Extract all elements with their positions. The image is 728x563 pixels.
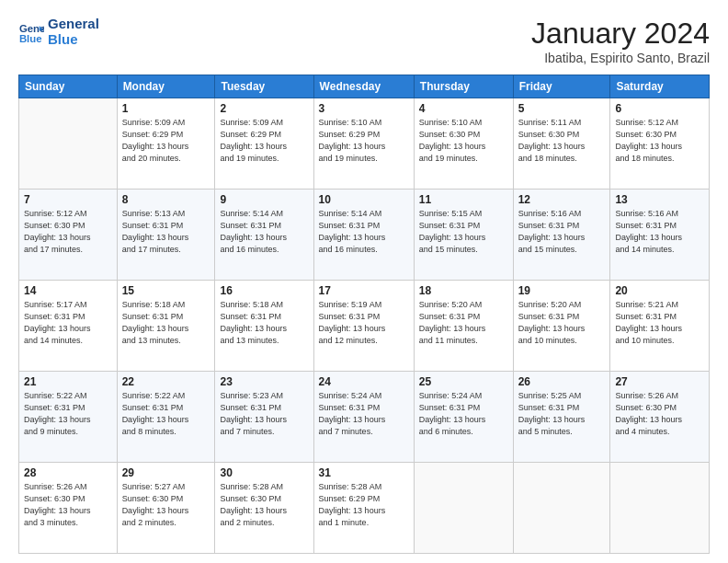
- day-info: Sunrise: 5:20 AM Sunset: 6:31 PM Dayligh…: [518, 299, 606, 347]
- week-row-3: 14Sunrise: 5:17 AM Sunset: 6:31 PM Dayli…: [19, 281, 710, 372]
- day-cell: 22Sunrise: 5:22 AM Sunset: 6:31 PM Dayli…: [117, 372, 215, 463]
- day-number: 11: [419, 193, 508, 206]
- day-info: Sunrise: 5:18 AM Sunset: 6:31 PM Dayligh…: [220, 299, 308, 347]
- svg-text:Blue: Blue: [19, 32, 42, 43]
- day-info: Sunrise: 5:16 AM Sunset: 6:31 PM Dayligh…: [615, 208, 704, 256]
- day-info: Sunrise: 5:17 AM Sunset: 6:31 PM Dayligh…: [24, 299, 112, 347]
- weekday-header-wednesday: Wednesday: [313, 75, 414, 98]
- day-cell: 6Sunrise: 5:12 AM Sunset: 6:30 PM Daylig…: [610, 98, 710, 190]
- day-info: Sunrise: 5:16 AM Sunset: 6:31 PM Dayligh…: [518, 208, 606, 256]
- day-cell: 12Sunrise: 5:16 AM Sunset: 6:31 PM Dayli…: [513, 190, 610, 281]
- day-cell: 18Sunrise: 5:20 AM Sunset: 6:31 PM Dayli…: [414, 281, 513, 372]
- day-cell: 11Sunrise: 5:15 AM Sunset: 6:31 PM Dayli…: [414, 190, 513, 281]
- day-info: Sunrise: 5:24 AM Sunset: 6:31 PM Dayligh…: [419, 390, 508, 438]
- day-info: Sunrise: 5:14 AM Sunset: 6:31 PM Dayligh…: [319, 208, 409, 256]
- day-info: Sunrise: 5:12 AM Sunset: 6:30 PM Dayligh…: [615, 117, 704, 165]
- day-cell: 28Sunrise: 5:26 AM Sunset: 6:30 PM Dayli…: [19, 463, 118, 554]
- day-number: 19: [518, 284, 606, 297]
- calendar-page: General Blue General Blue January 2024 I…: [0, 0, 728, 563]
- weekday-header-row: SundayMondayTuesdayWednesdayThursdayFrid…: [19, 75, 710, 98]
- day-cell: 1Sunrise: 5:09 AM Sunset: 6:29 PM Daylig…: [117, 98, 215, 190]
- day-info: Sunrise: 5:12 AM Sunset: 6:30 PM Dayligh…: [24, 208, 112, 256]
- weekday-header-tuesday: Tuesday: [215, 75, 313, 98]
- day-cell: 17Sunrise: 5:19 AM Sunset: 6:31 PM Dayli…: [313, 281, 414, 372]
- week-row-1: 1Sunrise: 5:09 AM Sunset: 6:29 PM Daylig…: [19, 98, 710, 190]
- day-info: Sunrise: 5:22 AM Sunset: 6:31 PM Dayligh…: [24, 390, 112, 438]
- calendar-table: SundayMondayTuesdayWednesdayThursdayFrid…: [18, 75, 710, 554]
- day-number: 14: [24, 284, 112, 297]
- day-cell: 30Sunrise: 5:28 AM Sunset: 6:30 PM Dayli…: [215, 463, 313, 554]
- day-info: Sunrise: 5:28 AM Sunset: 6:30 PM Dayligh…: [220, 481, 308, 529]
- day-info: Sunrise: 5:22 AM Sunset: 6:31 PM Dayligh…: [122, 390, 210, 438]
- week-row-2: 7Sunrise: 5:12 AM Sunset: 6:30 PM Daylig…: [19, 190, 710, 281]
- day-cell: [513, 463, 610, 554]
- day-number: 10: [319, 193, 409, 206]
- day-cell: [610, 463, 710, 554]
- day-number: 20: [615, 284, 704, 297]
- day-cell: 26Sunrise: 5:25 AM Sunset: 6:31 PM Dayli…: [513, 372, 610, 463]
- day-info: Sunrise: 5:18 AM Sunset: 6:31 PM Dayligh…: [122, 299, 210, 347]
- day-number: 21: [24, 375, 112, 388]
- day-cell: 19Sunrise: 5:20 AM Sunset: 6:31 PM Dayli…: [513, 281, 610, 372]
- week-row-5: 28Sunrise: 5:26 AM Sunset: 6:30 PM Dayli…: [19, 463, 710, 554]
- weekday-header-thursday: Thursday: [414, 75, 513, 98]
- day-cell: 29Sunrise: 5:27 AM Sunset: 6:30 PM Dayli…: [117, 463, 215, 554]
- day-cell: 16Sunrise: 5:18 AM Sunset: 6:31 PM Dayli…: [215, 281, 313, 372]
- day-number: 16: [220, 284, 308, 297]
- day-number: 27: [615, 375, 704, 388]
- day-number: 15: [122, 284, 210, 297]
- day-cell: 14Sunrise: 5:17 AM Sunset: 6:31 PM Dayli…: [19, 281, 118, 372]
- day-cell: 9Sunrise: 5:14 AM Sunset: 6:31 PM Daylig…: [215, 190, 313, 281]
- day-number: 12: [518, 193, 606, 206]
- day-number: 4: [419, 102, 508, 115]
- logo-text-blue: Blue: [48, 32, 99, 48]
- day-cell: 4Sunrise: 5:10 AM Sunset: 6:30 PM Daylig…: [414, 98, 513, 190]
- day-cell: 31Sunrise: 5:28 AM Sunset: 6:29 PM Dayli…: [313, 463, 414, 554]
- day-number: 28: [24, 466, 112, 479]
- day-cell: 24Sunrise: 5:24 AM Sunset: 6:31 PM Dayli…: [313, 372, 414, 463]
- day-number: 17: [319, 284, 409, 297]
- day-info: Sunrise: 5:09 AM Sunset: 6:29 PM Dayligh…: [220, 117, 308, 165]
- day-cell: 3Sunrise: 5:10 AM Sunset: 6:29 PM Daylig…: [313, 98, 414, 190]
- day-info: Sunrise: 5:21 AM Sunset: 6:31 PM Dayligh…: [615, 299, 704, 347]
- day-info: Sunrise: 5:14 AM Sunset: 6:31 PM Dayligh…: [220, 208, 308, 256]
- day-number: 29: [122, 466, 210, 479]
- day-number: 26: [518, 375, 606, 388]
- day-cell: 21Sunrise: 5:22 AM Sunset: 6:31 PM Dayli…: [19, 372, 118, 463]
- day-info: Sunrise: 5:20 AM Sunset: 6:31 PM Dayligh…: [419, 299, 508, 347]
- day-cell: 5Sunrise: 5:11 AM Sunset: 6:30 PM Daylig…: [513, 98, 610, 190]
- weekday-header-saturday: Saturday: [610, 75, 710, 98]
- day-number: 24: [319, 375, 409, 388]
- day-cell: [414, 463, 513, 554]
- day-number: 22: [122, 375, 210, 388]
- day-info: Sunrise: 5:28 AM Sunset: 6:29 PM Dayligh…: [319, 481, 409, 529]
- logo-text-general: General: [48, 17, 99, 32]
- day-cell: 27Sunrise: 5:26 AM Sunset: 6:30 PM Dayli…: [610, 372, 710, 463]
- header: General Blue General Blue January 2024 I…: [18, 17, 710, 65]
- day-info: Sunrise: 5:27 AM Sunset: 6:30 PM Dayligh…: [122, 481, 210, 529]
- day-number: 1: [122, 102, 210, 115]
- day-number: 3: [319, 102, 409, 115]
- day-number: 25: [419, 375, 508, 388]
- day-info: Sunrise: 5:13 AM Sunset: 6:31 PM Dayligh…: [122, 208, 210, 256]
- day-number: 5: [518, 102, 606, 115]
- day-info: Sunrise: 5:15 AM Sunset: 6:31 PM Dayligh…: [419, 208, 508, 256]
- weekday-header-monday: Monday: [117, 75, 215, 98]
- day-number: 31: [319, 466, 409, 479]
- day-info: Sunrise: 5:23 AM Sunset: 6:31 PM Dayligh…: [220, 390, 308, 438]
- month-title: January 2024: [531, 17, 710, 51]
- day-info: Sunrise: 5:10 AM Sunset: 6:29 PM Dayligh…: [319, 117, 409, 165]
- day-info: Sunrise: 5:24 AM Sunset: 6:31 PM Dayligh…: [319, 390, 409, 438]
- day-cell: 2Sunrise: 5:09 AM Sunset: 6:29 PM Daylig…: [215, 98, 313, 190]
- day-cell: 25Sunrise: 5:24 AM Sunset: 6:31 PM Dayli…: [414, 372, 513, 463]
- title-block: January 2024 Ibatiba, Espirito Santo, Br…: [531, 17, 710, 65]
- day-cell: 13Sunrise: 5:16 AM Sunset: 6:31 PM Dayli…: [610, 190, 710, 281]
- weekday-header-sunday: Sunday: [19, 75, 118, 98]
- day-cell: 20Sunrise: 5:21 AM Sunset: 6:31 PM Dayli…: [610, 281, 710, 372]
- day-info: Sunrise: 5:26 AM Sunset: 6:30 PM Dayligh…: [615, 390, 704, 438]
- day-cell: 10Sunrise: 5:14 AM Sunset: 6:31 PM Dayli…: [313, 190, 414, 281]
- week-row-4: 21Sunrise: 5:22 AM Sunset: 6:31 PM Dayli…: [19, 372, 710, 463]
- day-number: 8: [122, 193, 210, 206]
- day-number: 18: [419, 284, 508, 297]
- day-number: 7: [24, 193, 112, 206]
